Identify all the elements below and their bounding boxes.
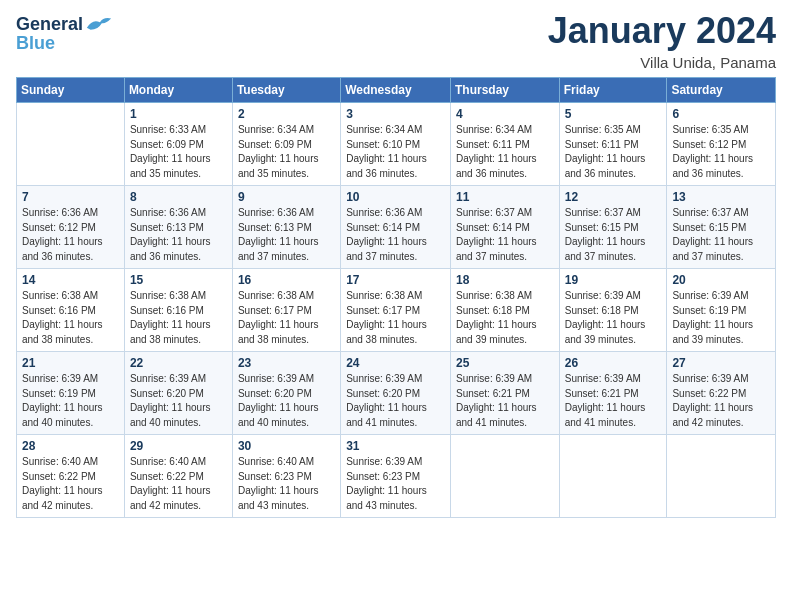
day-number: 4 bbox=[456, 107, 554, 121]
day-number: 16 bbox=[238, 273, 335, 287]
calendar-cell bbox=[450, 435, 559, 518]
logo-general: General bbox=[16, 15, 83, 35]
calendar-cell: 19Sunrise: 6:39 AMSunset: 6:18 PMDayligh… bbox=[559, 269, 667, 352]
day-info: Sunrise: 6:34 AMSunset: 6:11 PMDaylight:… bbox=[456, 123, 554, 181]
day-number: 24 bbox=[346, 356, 445, 370]
logo-bird-icon bbox=[85, 14, 113, 36]
day-info: Sunrise: 6:39 AMSunset: 6:19 PMDaylight:… bbox=[22, 372, 119, 430]
day-number: 31 bbox=[346, 439, 445, 453]
calendar-cell: 12Sunrise: 6:37 AMSunset: 6:15 PMDayligh… bbox=[559, 186, 667, 269]
day-number: 27 bbox=[672, 356, 770, 370]
day-number: 12 bbox=[565, 190, 662, 204]
calendar-cell bbox=[17, 103, 125, 186]
calendar-cell: 29Sunrise: 6:40 AMSunset: 6:22 PMDayligh… bbox=[124, 435, 232, 518]
day-number: 17 bbox=[346, 273, 445, 287]
calendar-header: SundayMondayTuesdayWednesdayThursdayFrid… bbox=[17, 78, 776, 103]
day-number: 5 bbox=[565, 107, 662, 121]
calendar-cell: 22Sunrise: 6:39 AMSunset: 6:20 PMDayligh… bbox=[124, 352, 232, 435]
day-info: Sunrise: 6:37 AMSunset: 6:14 PMDaylight:… bbox=[456, 206, 554, 264]
page-subtitle: Villa Unida, Panama bbox=[548, 54, 776, 71]
day-number: 26 bbox=[565, 356, 662, 370]
calendar-cell: 7Sunrise: 6:36 AMSunset: 6:12 PMDaylight… bbox=[17, 186, 125, 269]
logo-text-block: General Blue bbox=[16, 14, 113, 54]
header-day-friday: Friday bbox=[559, 78, 667, 103]
calendar-cell bbox=[667, 435, 776, 518]
day-number: 3 bbox=[346, 107, 445, 121]
day-info: Sunrise: 6:34 AMSunset: 6:09 PMDaylight:… bbox=[238, 123, 335, 181]
calendar-cell: 9Sunrise: 6:36 AMSunset: 6:13 PMDaylight… bbox=[232, 186, 340, 269]
day-number: 28 bbox=[22, 439, 119, 453]
calendar-body: 1Sunrise: 6:33 AMSunset: 6:09 PMDaylight… bbox=[17, 103, 776, 518]
calendar-cell: 23Sunrise: 6:39 AMSunset: 6:20 PMDayligh… bbox=[232, 352, 340, 435]
day-number: 30 bbox=[238, 439, 335, 453]
header-day-thursday: Thursday bbox=[450, 78, 559, 103]
day-number: 23 bbox=[238, 356, 335, 370]
day-number: 29 bbox=[130, 439, 227, 453]
calendar-cell: 1Sunrise: 6:33 AMSunset: 6:09 PMDaylight… bbox=[124, 103, 232, 186]
calendar-cell: 15Sunrise: 6:38 AMSunset: 6:16 PMDayligh… bbox=[124, 269, 232, 352]
day-number: 25 bbox=[456, 356, 554, 370]
day-number: 1 bbox=[130, 107, 227, 121]
day-number: 6 bbox=[672, 107, 770, 121]
header-day-wednesday: Wednesday bbox=[341, 78, 451, 103]
calendar-cell: 8Sunrise: 6:36 AMSunset: 6:13 PMDaylight… bbox=[124, 186, 232, 269]
header-row: SundayMondayTuesdayWednesdayThursdayFrid… bbox=[17, 78, 776, 103]
day-info: Sunrise: 6:38 AMSunset: 6:17 PMDaylight:… bbox=[238, 289, 335, 347]
day-info: Sunrise: 6:33 AMSunset: 6:09 PMDaylight:… bbox=[130, 123, 227, 181]
day-info: Sunrise: 6:39 AMSunset: 6:21 PMDaylight:… bbox=[565, 372, 662, 430]
day-info: Sunrise: 6:36 AMSunset: 6:12 PMDaylight:… bbox=[22, 206, 119, 264]
day-number: 2 bbox=[238, 107, 335, 121]
day-info: Sunrise: 6:39 AMSunset: 6:20 PMDaylight:… bbox=[346, 372, 445, 430]
calendar-cell: 5Sunrise: 6:35 AMSunset: 6:11 PMDaylight… bbox=[559, 103, 667, 186]
day-info: Sunrise: 6:40 AMSunset: 6:22 PMDaylight:… bbox=[130, 455, 227, 513]
calendar-cell: 13Sunrise: 6:37 AMSunset: 6:15 PMDayligh… bbox=[667, 186, 776, 269]
day-info: Sunrise: 6:39 AMSunset: 6:22 PMDaylight:… bbox=[672, 372, 770, 430]
day-number: 10 bbox=[346, 190, 445, 204]
header-day-monday: Monday bbox=[124, 78, 232, 103]
calendar-cell: 28Sunrise: 6:40 AMSunset: 6:22 PMDayligh… bbox=[17, 435, 125, 518]
day-info: Sunrise: 6:35 AMSunset: 6:12 PMDaylight:… bbox=[672, 123, 770, 181]
day-number: 7 bbox=[22, 190, 119, 204]
day-info: Sunrise: 6:36 AMSunset: 6:14 PMDaylight:… bbox=[346, 206, 445, 264]
day-number: 15 bbox=[130, 273, 227, 287]
calendar-cell: 10Sunrise: 6:36 AMSunset: 6:14 PMDayligh… bbox=[341, 186, 451, 269]
day-info: Sunrise: 6:39 AMSunset: 6:20 PMDaylight:… bbox=[238, 372, 335, 430]
day-number: 14 bbox=[22, 273, 119, 287]
day-number: 20 bbox=[672, 273, 770, 287]
header: General Blue January 2024 Villa Unida, P… bbox=[16, 10, 776, 71]
calendar-week-5: 28Sunrise: 6:40 AMSunset: 6:22 PMDayligh… bbox=[17, 435, 776, 518]
calendar-cell: 17Sunrise: 6:38 AMSunset: 6:17 PMDayligh… bbox=[341, 269, 451, 352]
day-info: Sunrise: 6:40 AMSunset: 6:23 PMDaylight:… bbox=[238, 455, 335, 513]
header-day-sunday: Sunday bbox=[17, 78, 125, 103]
calendar-week-2: 7Sunrise: 6:36 AMSunset: 6:12 PMDaylight… bbox=[17, 186, 776, 269]
day-number: 9 bbox=[238, 190, 335, 204]
calendar-cell: 3Sunrise: 6:34 AMSunset: 6:10 PMDaylight… bbox=[341, 103, 451, 186]
calendar-cell: 30Sunrise: 6:40 AMSunset: 6:23 PMDayligh… bbox=[232, 435, 340, 518]
calendar-cell: 14Sunrise: 6:38 AMSunset: 6:16 PMDayligh… bbox=[17, 269, 125, 352]
calendar-cell: 27Sunrise: 6:39 AMSunset: 6:22 PMDayligh… bbox=[667, 352, 776, 435]
calendar-cell: 2Sunrise: 6:34 AMSunset: 6:09 PMDaylight… bbox=[232, 103, 340, 186]
page-title: January 2024 bbox=[548, 10, 776, 52]
day-number: 11 bbox=[456, 190, 554, 204]
calendar-week-4: 21Sunrise: 6:39 AMSunset: 6:19 PMDayligh… bbox=[17, 352, 776, 435]
day-number: 21 bbox=[22, 356, 119, 370]
calendar-cell: 6Sunrise: 6:35 AMSunset: 6:12 PMDaylight… bbox=[667, 103, 776, 186]
calendar-cell: 18Sunrise: 6:38 AMSunset: 6:18 PMDayligh… bbox=[450, 269, 559, 352]
calendar-cell: 4Sunrise: 6:34 AMSunset: 6:11 PMDaylight… bbox=[450, 103, 559, 186]
day-info: Sunrise: 6:34 AMSunset: 6:10 PMDaylight:… bbox=[346, 123, 445, 181]
calendar-cell: 21Sunrise: 6:39 AMSunset: 6:19 PMDayligh… bbox=[17, 352, 125, 435]
day-info: Sunrise: 6:37 AMSunset: 6:15 PMDaylight:… bbox=[672, 206, 770, 264]
calendar-cell: 11Sunrise: 6:37 AMSunset: 6:14 PMDayligh… bbox=[450, 186, 559, 269]
day-info: Sunrise: 6:40 AMSunset: 6:22 PMDaylight:… bbox=[22, 455, 119, 513]
day-info: Sunrise: 6:39 AMSunset: 6:19 PMDaylight:… bbox=[672, 289, 770, 347]
header-day-tuesday: Tuesday bbox=[232, 78, 340, 103]
calendar-table: SundayMondayTuesdayWednesdayThursdayFrid… bbox=[16, 77, 776, 518]
day-info: Sunrise: 6:39 AMSunset: 6:23 PMDaylight:… bbox=[346, 455, 445, 513]
header-day-saturday: Saturday bbox=[667, 78, 776, 103]
calendar-cell: 24Sunrise: 6:39 AMSunset: 6:20 PMDayligh… bbox=[341, 352, 451, 435]
day-number: 13 bbox=[672, 190, 770, 204]
day-info: Sunrise: 6:38 AMSunset: 6:18 PMDaylight:… bbox=[456, 289, 554, 347]
day-number: 22 bbox=[130, 356, 227, 370]
day-info: Sunrise: 6:37 AMSunset: 6:15 PMDaylight:… bbox=[565, 206, 662, 264]
calendar-cell: 31Sunrise: 6:39 AMSunset: 6:23 PMDayligh… bbox=[341, 435, 451, 518]
